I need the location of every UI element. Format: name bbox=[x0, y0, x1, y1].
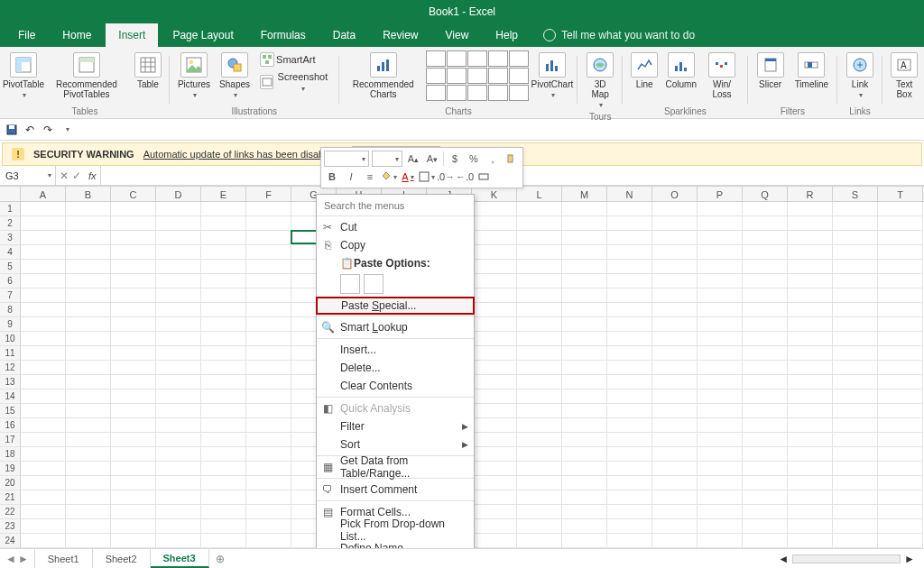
cell[interactable] bbox=[878, 332, 923, 346]
bold-icon[interactable]: B bbox=[324, 169, 340, 185]
cell[interactable] bbox=[517, 476, 562, 490]
cell[interactable] bbox=[833, 534, 878, 548]
cell[interactable] bbox=[878, 289, 923, 303]
cell[interactable] bbox=[246, 433, 291, 447]
cell[interactable] bbox=[156, 289, 201, 303]
cell[interactable] bbox=[698, 476, 743, 490]
col-header-K[interactable]: K bbox=[472, 187, 517, 201]
cell[interactable] bbox=[743, 433, 788, 447]
cell[interactable] bbox=[833, 433, 878, 447]
cell[interactable] bbox=[562, 476, 607, 490]
cell[interactable] bbox=[111, 505, 156, 519]
cell[interactable] bbox=[472, 490, 517, 505]
cell[interactable] bbox=[156, 447, 201, 462]
col-header-F[interactable]: F bbox=[246, 187, 291, 201]
cell[interactable] bbox=[517, 245, 562, 260]
cell[interactable] bbox=[562, 303, 607, 317]
cell[interactable] bbox=[156, 332, 201, 346]
cell[interactable] bbox=[743, 346, 788, 361]
cell[interactable] bbox=[698, 404, 743, 418]
cell[interactable] bbox=[472, 346, 517, 361]
cell[interactable] bbox=[472, 519, 517, 534]
cell[interactable] bbox=[21, 216, 66, 231]
security-message[interactable]: Automatic update of links has been disab… bbox=[143, 149, 337, 160]
sparkline-line-button[interactable]: Line bbox=[628, 50, 661, 91]
cell[interactable] bbox=[517, 303, 562, 317]
rec-pivottables-button[interactable]: Recommended PivotTables bbox=[45, 50, 128, 101]
cell[interactable] bbox=[698, 231, 743, 245]
chart-type-bar[interactable] bbox=[488, 50, 508, 67]
enter-icon[interactable]: ✓ bbox=[72, 169, 81, 182]
paste-option-1[interactable] bbox=[340, 274, 360, 294]
save-icon[interactable] bbox=[5, 124, 18, 136]
cell[interactable] bbox=[66, 346, 111, 361]
cell[interactable] bbox=[698, 375, 743, 389]
row-header[interactable]: 19 bbox=[0, 462, 21, 476]
cell[interactable] bbox=[788, 404, 833, 418]
cell[interactable] bbox=[652, 519, 698, 534]
cell[interactable] bbox=[156, 490, 201, 505]
cell[interactable] bbox=[201, 447, 246, 462]
row-header[interactable]: 3 bbox=[0, 231, 21, 245]
cell[interactable] bbox=[111, 260, 156, 274]
row-header[interactable]: 13 bbox=[0, 375, 21, 389]
3dmap-button[interactable]: 3D Map▾ bbox=[583, 50, 617, 112]
row-header[interactable]: 15 bbox=[0, 404, 21, 418]
cell[interactable] bbox=[21, 490, 66, 505]
cell[interactable] bbox=[788, 534, 833, 548]
cell[interactable] bbox=[21, 476, 66, 490]
cell[interactable] bbox=[652, 389, 698, 404]
cell[interactable] bbox=[111, 289, 156, 303]
row-header[interactable]: 9 bbox=[0, 317, 21, 332]
cell[interactable] bbox=[21, 389, 66, 404]
cell[interactable] bbox=[201, 216, 246, 231]
cell[interactable] bbox=[156, 317, 201, 332]
cell[interactable] bbox=[878, 418, 923, 433]
cell[interactable] bbox=[517, 289, 562, 303]
cell[interactable] bbox=[111, 245, 156, 260]
row-header[interactable]: 21 bbox=[0, 490, 21, 505]
cell[interactable] bbox=[246, 245, 291, 260]
cell[interactable] bbox=[517, 447, 562, 462]
row-header[interactable]: 4 bbox=[0, 245, 21, 260]
cell[interactable] bbox=[652, 289, 698, 303]
cell[interactable] bbox=[607, 389, 652, 404]
ctx-delete[interactable]: Delete... bbox=[317, 359, 474, 377]
chart-type-map[interactable] bbox=[447, 68, 467, 84]
cell[interactable] bbox=[472, 303, 517, 317]
cell[interactable] bbox=[246, 317, 291, 332]
cell[interactable] bbox=[201, 346, 246, 361]
cell[interactable] bbox=[201, 389, 246, 404]
cell[interactable] bbox=[652, 375, 698, 389]
cell[interactable] bbox=[21, 534, 66, 548]
cell[interactable] bbox=[743, 476, 788, 490]
accounting-format-icon[interactable]: $ bbox=[447, 151, 463, 167]
cell[interactable] bbox=[111, 418, 156, 433]
cell[interactable] bbox=[652, 260, 698, 274]
cell[interactable] bbox=[607, 332, 652, 346]
cell[interactable] bbox=[21, 202, 66, 216]
col-header-C[interactable]: C bbox=[111, 187, 156, 201]
cell[interactable] bbox=[607, 462, 652, 476]
row-header[interactable]: 14 bbox=[0, 389, 21, 404]
borders-icon[interactable]: ▾ bbox=[419, 169, 435, 185]
cancel-icon[interactable]: ✕ bbox=[60, 169, 69, 182]
cell[interactable] bbox=[652, 418, 698, 433]
cell[interactable] bbox=[472, 418, 517, 433]
cell[interactable] bbox=[833, 274, 878, 289]
cell[interactable] bbox=[156, 462, 201, 476]
cell[interactable] bbox=[607, 274, 652, 289]
cell[interactable] bbox=[472, 202, 517, 216]
timeline-button[interactable]: Timeline bbox=[791, 50, 832, 91]
link-button[interactable]: Link▾ bbox=[843, 50, 877, 102]
cell[interactable] bbox=[66, 202, 111, 216]
cell[interactable] bbox=[472, 404, 517, 418]
cell[interactable] bbox=[246, 418, 291, 433]
cell[interactable] bbox=[517, 418, 562, 433]
shapes-button[interactable]: Shapes▾ bbox=[217, 50, 253, 102]
cell[interactable] bbox=[21, 462, 66, 476]
cell[interactable] bbox=[472, 332, 517, 346]
cell[interactable] bbox=[156, 505, 201, 519]
row-header[interactable]: 16 bbox=[0, 418, 21, 433]
cell[interactable] bbox=[833, 447, 878, 462]
